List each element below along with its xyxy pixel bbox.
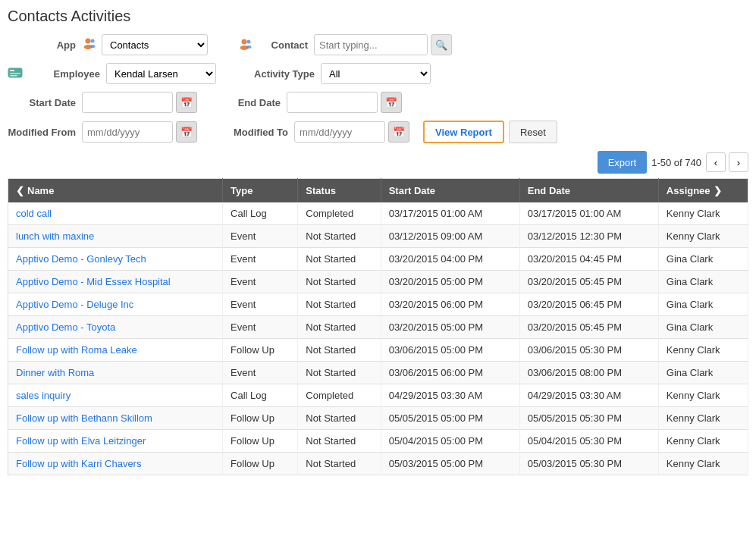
activity-name-cell[interactable]: sales inquiry (8, 384, 223, 407)
activity-cell-2: Not Started (298, 362, 381, 384)
activity-cell-5: Kenny Clark (658, 453, 748, 475)
page-title: Contacts Activities (8, 8, 748, 25)
activity-cell-4: 03/20/2015 06:45 PM (519, 293, 658, 316)
activity-cell-4: 03/20/2015 05:45 PM (519, 316, 658, 339)
start-date-label: Start Date (8, 97, 76, 108)
activity-cell-3: 03/20/2015 05:00 PM (381, 316, 519, 339)
table-row: Follow up with Karri ChaversFollow UpNot… (8, 453, 748, 475)
app-select[interactable]: Contacts (102, 34, 208, 55)
modified-from-input[interactable] (82, 121, 173, 143)
activity-type-label: Activity Type (246, 68, 315, 80)
end-date-label: End Date (227, 97, 281, 108)
activity-cell-5: Kenny Clark (658, 225, 748, 248)
app-filter-row: App Contacts (8, 34, 208, 55)
app-label: App (8, 39, 76, 51)
modified-to-filter-row: Modified To 📅 View Report Reset (227, 121, 557, 143)
pagination-prev-button[interactable]: ‹ (706, 152, 726, 172)
svg-point-4 (242, 39, 247, 44)
modified-from-filter-row: Modified From 📅 (8, 121, 197, 143)
activity-type-select[interactable]: All (321, 63, 431, 84)
svg-point-6 (247, 39, 251, 43)
activity-cell-2: Completed (298, 202, 381, 225)
modified-to-calendar-button[interactable]: 📅 (388, 121, 409, 143)
activities-table: ❮Name Type Status Start Date End Date As… (8, 178, 748, 475)
activity-name-cell[interactable]: Follow up with Elva Leitzinger (8, 430, 223, 453)
activity-name-cell[interactable]: Apptivo Demo - Gonlevy Tech (8, 248, 223, 271)
activity-cell-2: Not Started (298, 453, 381, 475)
modified-from-calendar-button[interactable]: 📅 (176, 121, 197, 143)
activity-name-cell[interactable]: Apptivo Demo - Deluge Inc (8, 293, 223, 316)
activity-cell-4: 03/06/2015 05:30 PM (519, 339, 658, 362)
table-row: Apptivo Demo - Deluge IncEventNot Starte… (8, 293, 748, 316)
table-row: Follow up with Bethann SkillomFollow UpN… (8, 407, 748, 430)
activity-type-filter-row: Activity Type All (246, 63, 431, 84)
modified-to-label: Modified To (227, 127, 288, 138)
activity-cell-1: Follow Up (223, 339, 298, 362)
table-row: Apptivo Demo - Mid Essex HospitalEventNo… (8, 271, 748, 293)
activity-cell-2: Not Started (298, 430, 381, 453)
modified-to-input[interactable] (294, 121, 385, 143)
contacts-app-icon (82, 36, 97, 55)
svg-rect-11 (10, 75, 17, 77)
contact-filter-row: Contact 🔍 (238, 34, 452, 55)
end-date-input[interactable]: 07/14/2015 (287, 92, 378, 113)
end-date-calendar-button[interactable]: 📅 (381, 92, 402, 113)
end-date-filter-row: End Date 07/14/2015 📅 (227, 92, 402, 113)
toolbar: Export 1-50 of 740 ‹ › (8, 151, 748, 174)
export-button[interactable]: Export (598, 151, 648, 174)
col-assignee: Assignee❯ (658, 179, 748, 203)
activity-cell-4: 03/20/2015 04:45 PM (519, 248, 658, 271)
activity-cell-2: Not Started (298, 339, 381, 362)
activity-name-cell[interactable]: Follow up with Karri Chavers (8, 453, 223, 475)
reset-button[interactable]: Reset (509, 121, 557, 143)
activity-cell-2: Not Started (298, 248, 381, 271)
activity-cell-2: Not Started (298, 225, 381, 248)
activity-cell-1: Event (223, 225, 298, 248)
pagination-next-button[interactable]: › (729, 152, 748, 172)
activity-cell-1: Event (223, 293, 298, 316)
activity-cell-5: Kenny Clark (658, 384, 748, 407)
activity-cell-5: Gina Clark (658, 316, 748, 339)
view-report-button[interactable]: View Report (423, 121, 504, 143)
col-name: ❮Name (8, 179, 223, 203)
activity-cell-3: 05/04/2015 05:00 PM (381, 430, 519, 453)
activity-cell-1: Follow Up (223, 430, 298, 453)
svg-point-0 (86, 38, 91, 43)
svg-point-3 (90, 45, 96, 48)
contact-input[interactable] (314, 34, 428, 55)
activity-cell-3: 03/17/2015 01:00 AM (381, 202, 519, 225)
activity-cell-5: Gina Clark (658, 271, 748, 293)
activity-cell-5: Kenny Clark (658, 407, 748, 430)
activity-cell-3: 03/06/2015 05:00 PM (381, 339, 519, 362)
activity-cell-2: Not Started (298, 271, 381, 293)
contact-person-icon (238, 36, 253, 54)
contact-search-button[interactable]: 🔍 (431, 34, 452, 55)
svg-rect-10 (10, 73, 20, 74)
activity-name-cell[interactable]: Follow up with Bethann Skillom (8, 407, 223, 430)
activity-cell-1: Event (223, 271, 298, 293)
activity-cell-3: 03/06/2015 06:00 PM (381, 362, 519, 384)
svg-point-2 (91, 39, 95, 42)
activity-name-cell[interactable]: Apptivo Demo - Toyota (8, 316, 223, 339)
activity-name-cell[interactable]: cold call (8, 202, 223, 225)
activity-cell-4: 03/20/2015 05:45 PM (519, 271, 658, 293)
activity-name-cell[interactable]: Dinner with Roma (8, 362, 223, 384)
employee-select[interactable]: Kendal Larsen (106, 63, 216, 84)
contact-label: Contact (262, 39, 308, 51)
activity-name-cell[interactable]: lunch with maxine (8, 225, 223, 248)
activity-cell-5: Kenny Clark (658, 339, 748, 362)
activity-cell-1: Follow Up (223, 453, 298, 475)
col-start-date: Start Date (381, 179, 519, 203)
activity-name-cell[interactable]: Follow up with Roma Leake (8, 339, 223, 362)
activity-name-cell[interactable]: Apptivo Demo - Mid Essex Hospital (8, 271, 223, 293)
table-row: Follow up with Roma LeakeFollow UpNot St… (8, 339, 748, 362)
start-date-calendar-button[interactable]: 📅 (176, 92, 197, 113)
activity-cell-2: Completed (298, 384, 381, 407)
activity-cell-5: Gina Clark (658, 248, 748, 271)
activity-cell-3: 03/20/2015 05:00 PM (381, 271, 519, 293)
start-date-input[interactable]: 06/14/2015 (82, 92, 173, 113)
employee-icon (8, 67, 23, 80)
table-row: lunch with maxineEventNot Started03/12/2… (8, 225, 748, 248)
activity-cell-1: Event (223, 248, 298, 271)
activity-cell-3: 04/29/2015 03:30 AM (381, 384, 519, 407)
